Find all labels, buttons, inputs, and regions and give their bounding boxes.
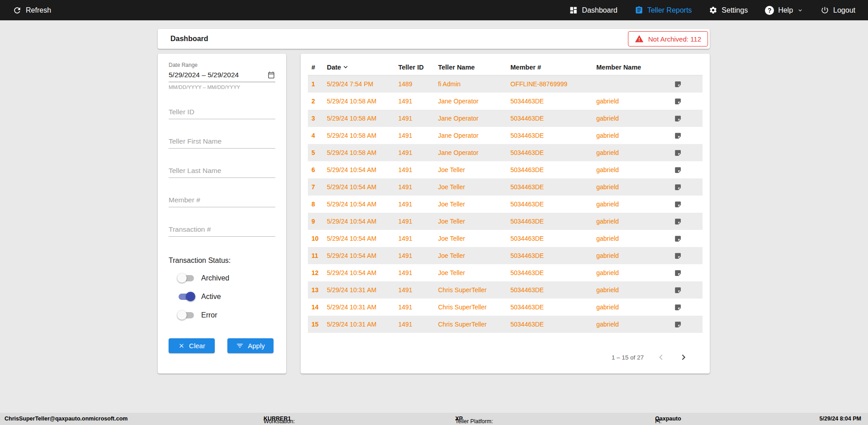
table-row[interactable]: 14 5/29/24 10:31 AM 1491 Chris SuperTell… bbox=[308, 299, 703, 316]
cell-member-name: gabrield bbox=[596, 149, 674, 156]
note-icon[interactable] bbox=[674, 304, 703, 311]
table-row[interactable]: 15 5/29/24 10:31 AM 1491 Chris SuperTell… bbox=[308, 316, 703, 333]
cell-teller-name: Jane Operator bbox=[438, 98, 510, 105]
date-range-field[interactable] bbox=[169, 69, 275, 82]
note-icon[interactable] bbox=[674, 149, 703, 157]
nav-item-teller-reports[interactable]: Teller Reports bbox=[635, 6, 692, 14]
note-icon[interactable] bbox=[674, 321, 703, 328]
transaction-number-input[interactable] bbox=[169, 223, 275, 237]
status-datetime: 5/29/24 8:04 PM bbox=[820, 416, 861, 422]
table-row[interactable]: 6 5/29/24 10:54 AM 1491 Joe Teller 50344… bbox=[308, 161, 703, 178]
cell-date: 5/29/24 10:31 AM bbox=[327, 321, 398, 328]
teller-last-name-input[interactable] bbox=[169, 164, 275, 178]
note-icon[interactable] bbox=[674, 269, 703, 277]
note-icon[interactable] bbox=[674, 218, 703, 225]
apply-button[interactable]: Apply bbox=[227, 338, 274, 353]
member-number-input[interactable] bbox=[169, 193, 275, 207]
date-range-helper: MM/DD/YYYY – MM/DD/YYYY bbox=[169, 84, 275, 90]
cell-date: 5/29/24 10:54 AM bbox=[327, 269, 398, 276]
active-toggle[interactable] bbox=[179, 294, 194, 300]
col-header-teller-name: Teller Name bbox=[438, 64, 510, 71]
note-icon[interactable] bbox=[674, 80, 703, 88]
note-icon[interactable] bbox=[674, 183, 703, 191]
cell-teller-name: Joe Teller bbox=[438, 235, 510, 242]
page-title: Dashboard bbox=[170, 35, 208, 43]
table-row[interactable]: 5 5/29/24 10:58 AM 1491 Jane Operator 50… bbox=[308, 144, 703, 161]
date-range-input[interactable] bbox=[169, 71, 255, 79]
cell-date: 5/29/24 7:54 PM bbox=[327, 80, 398, 88]
nav-item-logout[interactable]: Logout bbox=[821, 6, 855, 14]
cell-date: 5/29/24 10:54 AM bbox=[327, 183, 398, 191]
note-icon[interactable] bbox=[674, 98, 703, 105]
refresh-label: Refresh bbox=[26, 6, 51, 14]
filter-icon bbox=[236, 342, 244, 350]
transactions-table-card: # Date Teller ID Teller Name Member # Me… bbox=[301, 54, 710, 374]
table-row[interactable]: 3 5/29/24 10:58 AM 1491 Jane Operator 50… bbox=[308, 110, 703, 127]
note-icon[interactable] bbox=[674, 166, 703, 174]
previous-page-button[interactable] bbox=[656, 352, 666, 363]
cell-row-number: 3 bbox=[311, 115, 327, 122]
status-bar: ChrisSuperTeller@qaxpauto.onmicrosoft.co… bbox=[0, 413, 868, 425]
table-row[interactable]: 13 5/29/24 10:31 AM 1491 Chris SuperTell… bbox=[308, 281, 703, 299]
nav-item-help[interactable]: ? Help bbox=[765, 6, 803, 15]
teller-first-name-input[interactable] bbox=[169, 135, 275, 149]
clear-button[interactable]: Clear bbox=[169, 338, 215, 353]
table-row[interactable]: 10 5/29/24 10:54 AM 1491 Joe Teller 5034… bbox=[308, 230, 703, 247]
table-row[interactable]: 7 5/29/24 10:54 AM 1491 Joe Teller 50344… bbox=[308, 178, 703, 196]
toggle-row-error: Error bbox=[179, 310, 275, 320]
calendar-icon[interactable] bbox=[267, 71, 275, 79]
not-archived-badge[interactable]: Not Archived: 112 bbox=[628, 31, 708, 47]
table-row[interactable]: 4 5/29/24 10:58 AM 1491 Jane Operator 50… bbox=[308, 127, 703, 144]
cell-teller-id: 1489 bbox=[398, 80, 438, 88]
fi-status: FI: Qaxpauto bbox=[655, 416, 681, 422]
cell-row-number: 13 bbox=[311, 286, 327, 294]
cell-date: 5/29/24 10:58 AM bbox=[327, 149, 398, 156]
cell-teller-name: Joe Teller bbox=[438, 201, 510, 208]
error-toggle[interactable] bbox=[179, 312, 194, 318]
table-row[interactable]: 9 5/29/24 10:54 AM 1491 Joe Teller 50344… bbox=[308, 213, 703, 230]
col-header-member-num: Member # bbox=[510, 64, 596, 71]
cell-row-number: 15 bbox=[311, 321, 327, 328]
table-row[interactable]: 8 5/29/24 10:54 AM 1491 Joe Teller 50344… bbox=[308, 196, 703, 213]
clear-button-label: Clear bbox=[189, 342, 205, 350]
note-icon[interactable] bbox=[674, 132, 703, 140]
teller-platform-status: Teller Platform: XP bbox=[455, 416, 463, 422]
cell-teller-id: 1491 bbox=[398, 183, 438, 191]
refresh-button[interactable]: Refresh bbox=[13, 6, 51, 15]
cell-date: 5/29/24 10:54 AM bbox=[327, 166, 398, 173]
archived-toggle-label: Archived bbox=[201, 274, 229, 282]
cell-date: 5/29/24 10:58 AM bbox=[327, 132, 398, 139]
cell-date: 5/29/24 10:54 AM bbox=[327, 201, 398, 208]
cell-member-number: 5034463DE bbox=[510, 218, 596, 225]
col-header-date[interactable]: Date bbox=[327, 63, 398, 71]
close-icon bbox=[178, 342, 185, 349]
next-page-button[interactable] bbox=[678, 352, 689, 363]
cell-teller-name: Chris SuperTeller bbox=[438, 286, 510, 294]
table-row[interactable]: 2 5/29/24 10:58 AM 1491 Jane Operator 50… bbox=[308, 93, 703, 110]
workstation-status: Workstation: KURRER1 bbox=[264, 416, 291, 422]
note-icon[interactable] bbox=[674, 115, 703, 122]
table-row[interactable]: 1 5/29/24 7:54 PM 1489 fi Admin OFFLINE-… bbox=[308, 75, 703, 93]
filter-actions: Clear Apply bbox=[169, 338, 275, 353]
cell-teller-name: Jane Operator bbox=[438, 132, 510, 139]
cell-member-number: 5034463DE bbox=[510, 235, 596, 242]
nav-item-dashboard[interactable]: Dashboard bbox=[569, 6, 617, 14]
note-icon[interactable] bbox=[674, 201, 703, 208]
cell-date: 5/29/24 10:54 AM bbox=[327, 252, 398, 259]
table-body: 1 5/29/24 7:54 PM 1489 fi Admin OFFLINE-… bbox=[308, 75, 703, 333]
cell-member-number: 5034463DE bbox=[510, 252, 596, 259]
nav-label-logout: Logout bbox=[833, 6, 855, 14]
nav-item-settings[interactable]: Settings bbox=[709, 6, 748, 14]
note-icon[interactable] bbox=[674, 235, 703, 243]
table-row[interactable]: 11 5/29/24 10:54 AM 1491 Joe Teller 5034… bbox=[308, 247, 703, 264]
archived-toggle[interactable] bbox=[179, 275, 194, 281]
teller-id-input[interactable] bbox=[169, 105, 275, 119]
note-icon[interactable] bbox=[674, 286, 703, 294]
fi-label: FI: bbox=[655, 418, 662, 425]
cell-teller-id: 1491 bbox=[398, 98, 438, 105]
note-icon[interactable] bbox=[674, 252, 703, 260]
cell-teller-id: 1491 bbox=[398, 269, 438, 276]
table-row[interactable]: 12 5/29/24 10:54 AM 1491 Joe Teller 5034… bbox=[308, 264, 703, 281]
cell-member-number: 5034463DE bbox=[510, 166, 596, 173]
cell-teller-name: Joe Teller bbox=[438, 218, 510, 225]
